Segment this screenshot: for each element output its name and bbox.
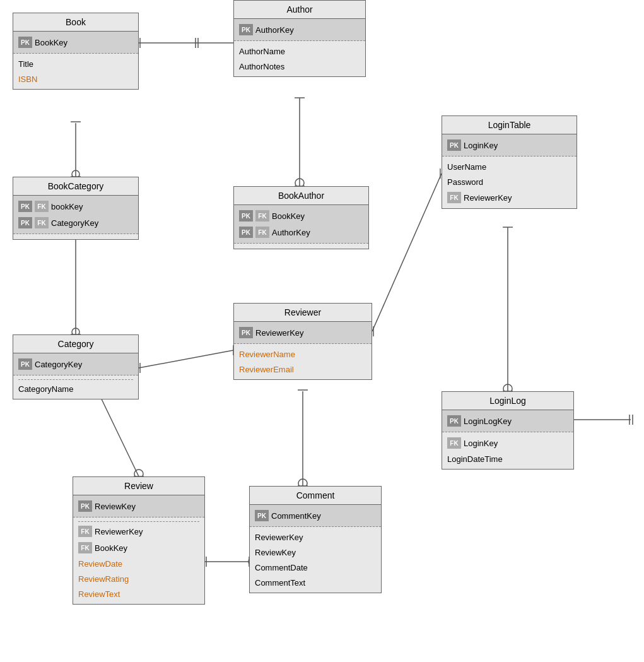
entity-reviewer-title: Reviewer: [234, 304, 372, 322]
pk-badge: PK: [447, 139, 461, 151]
field-row: LoginDateTime: [447, 451, 568, 466]
field-name: ReviewerKey: [464, 193, 512, 203]
field-row: AuthorName: [239, 44, 360, 59]
field-name: CategoryKey: [35, 360, 82, 369]
fk-badge: FK: [35, 217, 49, 228]
entity-review: Review PK ReviewKey FK ReviewerKey FK Bo…: [73, 476, 205, 605]
fk-badge: FK: [35, 201, 49, 212]
pk-badge: PK: [239, 210, 253, 222]
entity-book: Book PK BookKey Title ISBN: [13, 13, 139, 90]
field-row: PK ReviewKey: [78, 498, 199, 514]
entity-book-pk: PK BookKey: [13, 32, 138, 54]
field-row: PK BookKey: [18, 34, 133, 50]
entity-book-fields: Title ISBN: [13, 54, 138, 89]
field-row: ReviewerName: [239, 346, 366, 362]
entity-comment-pk: PK CommentKey: [250, 505, 381, 527]
entity-bookcategory-fields: [13, 234, 138, 239]
field-name: CommentKey: [271, 511, 321, 521]
entity-comment-fields: ReviewerKey ReviewKey CommentDate Commen…: [250, 527, 381, 593]
entity-bookauthor: BookAuthor PK FK BookKey PK FK AuthorKey: [233, 186, 369, 249]
field-name: LoginKey: [464, 439, 498, 448]
fk-badge: FK: [78, 526, 92, 537]
entity-reviewer: Reviewer PK ReviewerKey ReviewerName Rev…: [233, 303, 372, 380]
field-name: UserName: [447, 162, 486, 172]
field-row: FK ReviewerKey: [447, 189, 571, 206]
field-name: ReviewKey: [95, 502, 136, 511]
entity-logintable-fields: UserName Password FK ReviewerKey: [442, 157, 577, 208]
pk-badge: PK: [18, 358, 32, 370]
entity-loginlog-fields: FK LoginKey LoginDateTime: [442, 432, 573, 469]
field-row: PK LoginKey: [447, 137, 571, 153]
field-name: Password: [447, 177, 483, 187]
field-name: CategoryKey: [51, 218, 98, 228]
field-name: bookKey: [51, 202, 83, 211]
entity-bookcategory-pk: PK FK bookKey PK FK CategoryKey: [13, 196, 138, 234]
entity-bookauthor-pk: PK FK BookKey PK FK AuthorKey: [234, 205, 368, 244]
field-row: CommentText: [255, 575, 376, 590]
pk-badge: PK: [239, 24, 253, 35]
field-row: ISBN: [18, 71, 133, 86]
entity-reviewer-fields: ReviewerName ReviewerEmail: [234, 344, 372, 379]
field-name: ReviewerEmail: [239, 365, 294, 374]
field-row: PK FK BookKey: [239, 208, 363, 224]
field-name: AuthorName: [239, 47, 285, 56]
pk-badge: PK: [18, 37, 32, 48]
field-name: AuthorKey: [255, 25, 294, 35]
field-name: BookKey: [95, 543, 127, 553]
svg-line-39: [98, 391, 139, 476]
entity-author-pk: PK AuthorKey: [234, 19, 365, 41]
field-name: ReviewerKey: [95, 527, 143, 536]
entity-logintable: LoginTable PK LoginKey UserName Password…: [442, 115, 577, 209]
field-name: ISBN: [18, 74, 37, 84]
field-name: CommentDate: [255, 563, 308, 572]
pk-badge: PK: [255, 510, 269, 521]
field-name: ReviewerName: [239, 350, 295, 359]
field-name: LoginLogKey: [464, 417, 512, 426]
field-row: PK CommentKey: [255, 507, 376, 524]
field-name: AuthorKey: [272, 228, 310, 237]
field-row: FK BookKey: [78, 540, 199, 556]
entity-review-title: Review: [73, 477, 204, 495]
field-name: ReviewRating: [78, 574, 129, 584]
field-row: FK LoginKey: [447, 435, 568, 451]
entity-logintable-pk: PK LoginKey: [442, 134, 577, 157]
field-row: AuthorNotes: [239, 59, 360, 74]
field-row: CategoryName: [18, 381, 133, 396]
entity-comment-title: Comment: [250, 487, 381, 505]
pk-badge: PK: [18, 201, 32, 212]
field-name: CategoryName: [18, 384, 73, 394]
svg-line-23: [372, 174, 442, 331]
field-row: FK ReviewerKey: [78, 523, 199, 540]
field-name: ReviewDate: [78, 559, 122, 569]
field-name: LoginKey: [464, 141, 498, 150]
entity-author-title: Author: [234, 1, 365, 19]
field-row: ReviewerKey: [255, 529, 376, 545]
entity-loginlog: LoginLog PK LoginLogKey FK LoginKey Logi…: [442, 391, 574, 470]
field-name: BookKey: [272, 211, 305, 221]
entity-category-title: Category: [13, 335, 138, 353]
entity-bookcategory: BookCategory PK FK bookKey PK FK Categor…: [13, 177, 139, 240]
entity-bookcategory-title: BookCategory: [13, 177, 138, 196]
entity-comment: Comment PK CommentKey ReviewerKey Review…: [249, 486, 382, 593]
entity-author: Author PK AuthorKey AuthorName AuthorNot…: [233, 0, 366, 77]
entity-category: Category PK CategoryKey CategoryName: [13, 334, 139, 399]
pk-badge: PK: [18, 217, 32, 228]
field-row: PK FK CategoryKey: [18, 215, 133, 231]
field-name: AuthorNotes: [239, 62, 284, 71]
field-name: ReviewKey: [255, 548, 296, 557]
fk-badge: FK: [447, 192, 461, 203]
field-name: LoginDateTime: [447, 454, 503, 464]
field-row: PK ReviewerKey: [239, 324, 366, 341]
entity-reviewer-pk: PK ReviewerKey: [234, 322, 372, 344]
entity-loginlog-title: LoginLog: [442, 392, 573, 410]
field-row: ReviewText: [78, 586, 199, 601]
field-row: ReviewRating: [78, 571, 199, 586]
field-row: PK FK bookKey: [18, 198, 133, 215]
field-name: CommentText: [255, 578, 305, 588]
field-row: PK FK AuthorKey: [239, 224, 363, 240]
field-row: ReviewDate: [78, 556, 199, 571]
field-row: PK AuthorKey: [239, 21, 360, 38]
fk-badge: FK: [78, 542, 92, 553]
field-row: CommentDate: [255, 560, 376, 575]
fk-badge: FK: [255, 227, 269, 238]
